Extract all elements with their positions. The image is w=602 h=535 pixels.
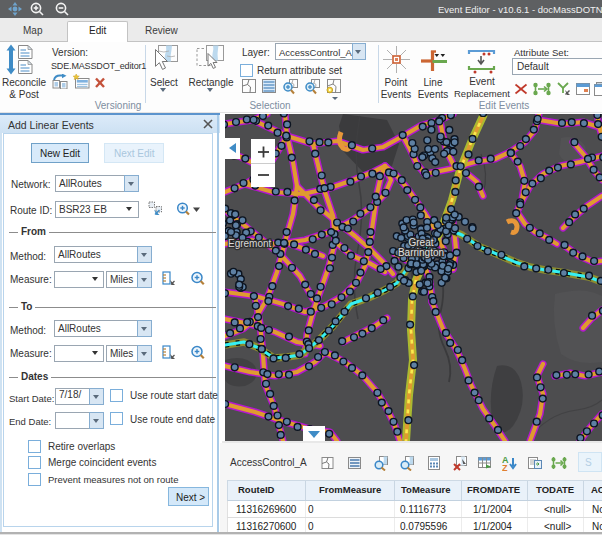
svg-text:Egremont: Egremont — [228, 238, 272, 249]
svg-text:Barrington: Barrington — [398, 247, 444, 258]
svg-text:Z: Z — [502, 463, 508, 471]
